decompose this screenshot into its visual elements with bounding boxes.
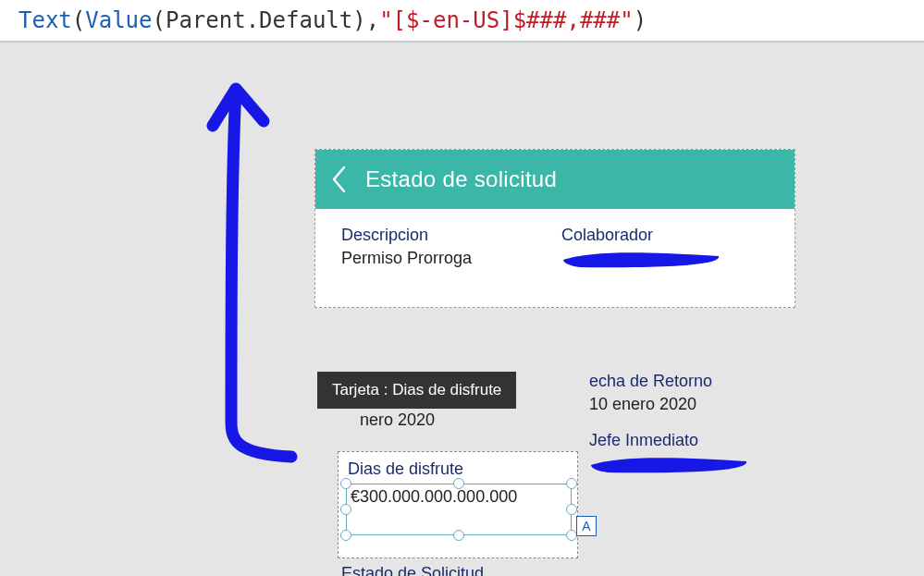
label-descripcion: Descripcion	[341, 226, 552, 245]
formula-string: "[$-en-US]$###,###"	[379, 7, 634, 33]
card-tooltip: Tarjeta : Dias de disfrute	[317, 372, 516, 409]
comma: ,	[366, 7, 379, 33]
formula-bar[interactable]: Text(Value(Parent.Default),"[$-en-US]$##…	[0, 0, 924, 43]
annotation-arrow	[143, 70, 310, 468]
resize-handle-bottom-center[interactable]	[453, 530, 464, 541]
dot: .	[246, 7, 259, 33]
formula-func-value: Value	[85, 7, 152, 33]
selected-text-control[interactable]: €300.000.000.000.000 A	[346, 484, 572, 535]
formula-default: Default	[259, 7, 352, 33]
resize-handle-top-left[interactable]	[340, 478, 351, 489]
row-1: Descripcion Permiso Prorroga Colaborador	[341, 226, 772, 288]
value-descripcion: Permiso Prorroga	[341, 249, 552, 268]
redacted-jefe	[589, 454, 746, 472]
col-descripcion: Descripcion Permiso Prorroga	[341, 226, 552, 288]
resize-handle-top-right[interactable]	[566, 478, 577, 489]
formula-parent: Parent	[166, 7, 246, 33]
resize-handle-top-center[interactable]	[453, 478, 464, 489]
page-title: Estado de solicitud	[365, 166, 557, 192]
col-colaborador: Colaborador	[561, 226, 772, 288]
paren-close: )	[352, 7, 365, 33]
label-dias-disfrute: Dias de disfrute	[339, 452, 577, 481]
value-fecharetorno: 10 enero 2020	[589, 395, 793, 414]
redacted-colaborador	[561, 249, 719, 267]
canvas-area[interactable]: Estado de solicitud Descripcion Permiso …	[0, 43, 924, 576]
label-fecharetorno: echa de Retorno	[589, 372, 793, 391]
value-fechainicio-cut: nero 2020	[360, 411, 435, 430]
card-dias-disfrute[interactable]: Dias de disfrute €300.000.000.000.000 A	[338, 451, 578, 558]
form-body[interactable]: Descripcion Permiso Prorroga Colaborador…	[315, 209, 795, 307]
label-colaborador: Colaborador	[561, 226, 772, 245]
paren-close2: )	[634, 7, 647, 33]
resize-handle-mid-right[interactable]	[566, 504, 577, 515]
control-type-badge[interactable]: A	[576, 516, 597, 536]
resize-handle-mid-left[interactable]	[340, 504, 351, 515]
paren-open: (	[72, 7, 85, 33]
paren-open2: (	[153, 7, 166, 33]
col-fecharetorno: echa de Retorno 10 enero 2020 Jefe Inmed…	[589, 372, 793, 493]
label-jefe: Jefe Inmediato	[589, 431, 793, 450]
back-icon[interactable]	[330, 165, 349, 194]
resize-handle-bottom-left[interactable]	[340, 530, 351, 541]
app-header: Estado de solicitud	[315, 150, 795, 209]
label-estado: Estado de Solicitud	[341, 564, 484, 576]
formula-func-text: Text	[18, 7, 72, 33]
app-preview-frame[interactable]: Estado de solicitud Descripcion Permiso …	[314, 149, 795, 308]
